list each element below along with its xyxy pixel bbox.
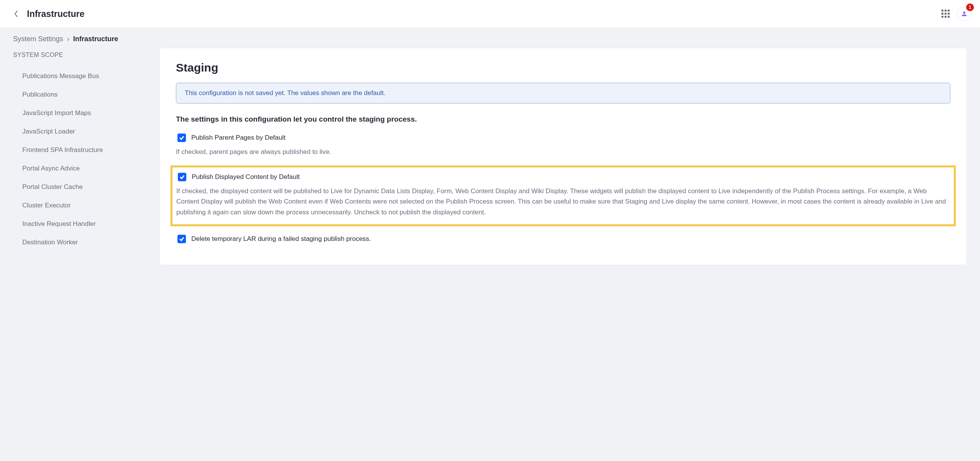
sidebar-item[interactable]: Publications Message Bus: [13, 67, 148, 85]
section-description: The settings in this configuration let y…: [176, 115, 950, 124]
apps-grid-icon[interactable]: [942, 10, 950, 18]
info-banner: This configuration is not saved yet. The…: [176, 83, 950, 104]
scope-label: SYSTEM SCOPE: [13, 52, 148, 58]
setting-label: Delete temporary LAR during a failed sta…: [191, 235, 371, 243]
check-icon: [179, 174, 185, 180]
sidebar-item[interactable]: Portal Cluster Cache: [13, 178, 148, 196]
sidebar-item[interactable]: Publications: [13, 85, 148, 104]
sidebar-item[interactable]: Cluster Executor: [13, 196, 148, 215]
setting-publish-displayed-content: Publish Displayed Content by Default If …: [171, 165, 956, 226]
chevron-left-icon: [14, 10, 18, 18]
chevron-right-icon: ›: [67, 35, 69, 43]
back-button[interactable]: [11, 8, 22, 19]
setting-help: If checked, parent pages are always publ…: [176, 147, 950, 157]
sidebar-list: Publications Message Bus Publications Ja…: [13, 67, 148, 252]
breadcrumb: System Settings › Infrastructure: [0, 28, 980, 48]
setting-delete-temp-lar: Delete temporary LAR during a failed sta…: [176, 235, 950, 243]
sidebar-item[interactable]: Destination Worker: [13, 233, 148, 252]
topbar-right: 1: [942, 7, 972, 21]
layout: SYSTEM SCOPE Publications Message Bus Pu…: [0, 48, 980, 277]
page-title: Infrastructure: [27, 9, 85, 19]
main-panel: Staging This configuration is not saved …: [159, 48, 967, 265]
user-menu[interactable]: 1: [957, 7, 972, 21]
setting-label: Publish Parent Pages by Default: [191, 134, 286, 142]
notification-badge: 1: [966, 3, 974, 11]
topbar: Infrastructure 1: [0, 0, 980, 28]
checkbox-delete-temp-lar[interactable]: [177, 235, 186, 243]
setting-publish-parent-pages: Publish Parent Pages by Default If check…: [176, 134, 950, 157]
check-icon: [179, 236, 184, 242]
sidebar-item[interactable]: JavaScript Loader: [13, 122, 148, 141]
sidebar-item[interactable]: Frontend SPA Infrastructure: [13, 141, 148, 159]
user-icon: [961, 10, 968, 17]
sidebar: SYSTEM SCOPE Publications Message Bus Pu…: [13, 48, 148, 252]
sidebar-item[interactable]: Inactive Request Handler: [13, 215, 148, 233]
setting-help: If checked, the displayed content will b…: [176, 186, 950, 217]
sidebar-item[interactable]: JavaScript Import Maps: [13, 104, 148, 122]
panel-heading: Staging: [176, 61, 950, 74]
setting-label: Publish Displayed Content by Default: [192, 173, 300, 181]
checkbox-publish-parent-pages[interactable]: [177, 134, 186, 142]
checkbox-publish-displayed-content[interactable]: [178, 173, 186, 181]
breadcrumb-parent[interactable]: System Settings: [13, 35, 63, 43]
check-icon: [179, 135, 184, 140]
breadcrumb-current: Infrastructure: [73, 35, 118, 43]
sidebar-item[interactable]: Portal Async Advice: [13, 159, 148, 178]
